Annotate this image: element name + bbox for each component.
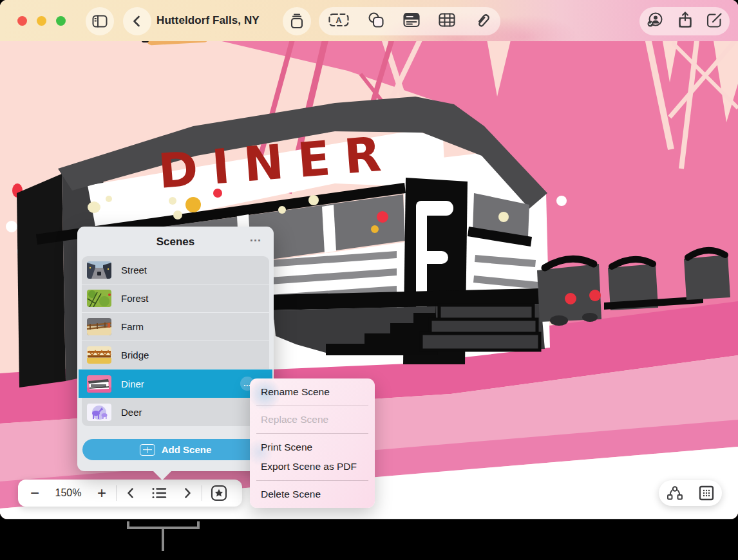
menu-item-delete-scene[interactable]: Delete Scene — [250, 485, 375, 504]
view-options-bar — [659, 480, 722, 506]
collaborate-button[interactable] — [646, 12, 664, 31]
scene-row-deer[interactable]: Deer — [82, 398, 269, 426]
share-button[interactable] — [677, 11, 693, 32]
grid-icon — [699, 485, 714, 501]
scene-stack-button[interactable] — [283, 7, 311, 35]
back-chevron-icon — [131, 14, 144, 28]
scene-label: Street — [121, 265, 147, 275]
connect-diagram-icon — [666, 485, 684, 501]
menu-separator — [256, 480, 368, 481]
chevron-left-icon — [125, 487, 137, 499]
sticky-note-icon — [403, 12, 420, 28]
plus-icon: + — [97, 485, 106, 501]
scene-row-forest[interactable]: Forest — [82, 285, 269, 313]
svg-text:A: A — [336, 15, 342, 25]
menu-item-replace-scene: Replace Scene — [250, 410, 375, 429]
scene-label: Deer — [121, 407, 142, 418]
scene-label: Farm — [121, 321, 144, 332]
scene-row-street[interactable]: Street — [82, 256, 269, 285]
attachment-icon — [474, 12, 491, 28]
close-button[interactable] — [17, 16, 27, 26]
callout-bracket-tick-right — [197, 521, 200, 529]
menu-item-export-scene-pdf[interactable]: Export Scene as PDF — [250, 457, 375, 476]
collaborate-icon — [646, 12, 664, 28]
table-button[interactable] — [439, 13, 455, 30]
add-scene-button[interactable]: Add Scene — [82, 439, 269, 460]
window-actions-toolbar — [639, 7, 730, 35]
menu-item-print-scene[interactable]: Print Scene — [250, 438, 375, 457]
minus-icon: − — [30, 485, 39, 501]
scenes-panel-more-button[interactable]: … — [249, 230, 262, 245]
title-bar: Hutteldorf Falls, NY A — [0, 0, 738, 41]
callout-bracket-tick-left — [127, 521, 129, 529]
street-thumbnail — [87, 261, 111, 279]
insert-toolbar: A — [319, 7, 500, 35]
menu-item-rename-scene[interactable]: Rename Scene — [250, 382, 375, 402]
starred-board-icon — [211, 485, 227, 501]
scene-row-bridge[interactable]: Bridge — [82, 341, 269, 369]
sticky-note-button[interactable] — [403, 12, 420, 30]
grid-button[interactable] — [694, 480, 719, 507]
scene-row-farm[interactable]: Farm — [82, 313, 269, 341]
scene-label: Forest — [121, 293, 149, 304]
scenes-panel-title: Scenes — [77, 227, 274, 257]
text-box-icon: A — [328, 12, 349, 28]
scenes-panel: Scenes … Street Forest Farm — [77, 227, 274, 471]
scenes-panel-header: Scenes … — [77, 227, 274, 256]
zoom-level: 150% — [49, 487, 88, 499]
connect-button[interactable] — [662, 480, 688, 507]
scene-stack-icon — [289, 13, 305, 30]
zoom-out-button[interactable]: − — [21, 480, 49, 507]
sidebar-toggle-button[interactable] — [86, 7, 114, 35]
scene-list-icon — [151, 487, 167, 499]
text-box-button[interactable]: A — [328, 12, 349, 30]
share-icon — [677, 11, 693, 29]
scene-list: Street Forest Farm Bridge — [82, 256, 269, 426]
scene-label: Diner — [121, 378, 144, 389]
deer-thumbnail — [87, 404, 111, 421]
compose-button[interactable] — [706, 12, 723, 31]
zoom-in-button[interactable]: + — [88, 480, 116, 507]
starred-boards-button[interactable] — [202, 480, 236, 507]
farm-thumbnail — [87, 318, 111, 335]
menu-separator — [256, 433, 368, 434]
menu-separator — [256, 406, 368, 406]
bridge-thumbnail — [87, 346, 111, 364]
scene-row-diner[interactable]: Diner … — [79, 369, 272, 398]
attachment-button[interactable] — [474, 12, 491, 31]
zoom-window-button[interactable] — [56, 16, 66, 26]
compose-icon — [706, 12, 723, 28]
sidebar-icon — [92, 14, 108, 28]
minimize-button[interactable] — [37, 16, 46, 26]
previous-scene-button[interactable] — [117, 480, 145, 507]
add-scene-label: Add Scene — [162, 444, 212, 455]
diner-thumbnail — [87, 375, 111, 393]
scene-context-menu: Rename Scene Replace Scene Print Scene E… — [250, 378, 375, 508]
back-button[interactable] — [123, 7, 151, 35]
scene-label: Bridge — [121, 350, 149, 360]
add-plus-icon — [140, 444, 155, 456]
canvas-controls-bar: − 150% + — [18, 480, 242, 507]
shapes-icon — [368, 12, 384, 28]
forest-thumbnail — [87, 290, 111, 307]
table-icon — [439, 13, 455, 27]
app-window: DINER Hutteldorf Falls, NY — [0, 0, 738, 519]
scene-list-button[interactable] — [145, 480, 173, 507]
window-title: Hutteldorf Falls, NY — [156, 0, 260, 41]
callout-bracket-stem — [162, 527, 164, 551]
chevron-right-icon — [182, 487, 193, 499]
next-scene-button[interactable] — [173, 480, 202, 507]
shapes-button[interactable] — [368, 12, 384, 31]
